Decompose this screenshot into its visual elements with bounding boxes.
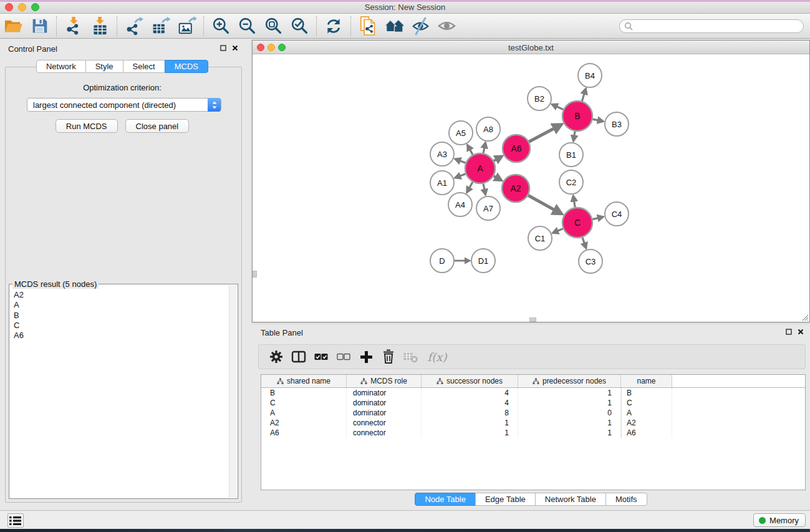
cell-MCDS-role[interactable]: dominator: [347, 398, 422, 408]
mcds-result-item[interactable]: C: [14, 321, 228, 331]
graph-edge-A-A4[interactable]: [469, 182, 473, 189]
close-panel-icon[interactable]: [232, 45, 238, 51]
mcds-result-scrollbar[interactable]: [229, 285, 237, 498]
close-panel-icon[interactable]: [798, 329, 804, 335]
zoom-in-button[interactable]: [208, 15, 234, 37]
graph-edge-B-B3[interactable]: [593, 119, 599, 120]
cell-name[interactable]: A: [621, 408, 672, 418]
cell-predecessor-nodes[interactable]: 1: [518, 398, 621, 408]
cell-MCDS-role[interactable]: connector: [347, 418, 422, 428]
float-panel-icon[interactable]: [220, 45, 226, 51]
task-history-button[interactable]: [7, 513, 24, 528]
mcds-result-item[interactable]: A6: [14, 331, 228, 341]
splitter-handle-bottom[interactable]: [529, 317, 536, 322]
cell-shared-name[interactable]: A2: [261, 418, 347, 428]
home-button[interactable]: [381, 15, 407, 37]
graph-edge-C-C4[interactable]: [592, 218, 599, 219]
network-window-titlebar[interactable]: testGlobe.txt: [253, 41, 809, 54]
table-options-button[interactable]: [265, 346, 287, 367]
graph-edge-A2-C[interactable]: [528, 195, 556, 210]
cell-name[interactable]: A2: [621, 418, 672, 428]
export-table-button[interactable]: [147, 15, 173, 37]
cell-predecessor-nodes[interactable]: 1: [518, 418, 621, 428]
cell-predecessor-nodes[interactable]: 1: [518, 428, 621, 438]
cell-shared-name[interactable]: C: [261, 398, 347, 408]
cell-name[interactable]: B: [621, 388, 672, 398]
cell-successor-nodes[interactable]: 1: [422, 418, 518, 428]
table-row[interactable]: A6connector11A6: [261, 428, 805, 438]
search-input[interactable]: [635, 21, 803, 32]
tab-style[interactable]: Style: [85, 60, 123, 73]
export-network-button[interactable]: [121, 15, 147, 37]
column-header-name[interactable]: name: [621, 375, 672, 387]
close-panel-button[interactable]: Close panel: [125, 119, 190, 133]
cell-shared-name[interactable]: B: [261, 388, 347, 398]
table-row[interactable]: A2connector11A2: [261, 418, 805, 428]
table-row[interactable]: Cdominator41C: [261, 398, 805, 408]
cell-name[interactable]: C: [621, 398, 672, 408]
cell-name[interactable]: A6: [621, 428, 672, 438]
dropdown-stepper-icon[interactable]: [208, 98, 221, 112]
tab-network-table[interactable]: Network Table: [535, 493, 606, 506]
run-mcds-button[interactable]: Run MCDS: [55, 119, 118, 133]
table-row[interactable]: Adominator80A: [261, 408, 805, 418]
save-session-button[interactable]: [26, 15, 52, 37]
column-header-successor-nodes[interactable]: successor nodes: [422, 375, 518, 387]
cell-MCDS-role[interactable]: dominator: [347, 408, 422, 418]
tab-motifs[interactable]: Motifs: [605, 493, 647, 506]
tab-mcds[interactable]: MCDS: [165, 60, 208, 73]
column-visibility-button[interactable]: [287, 346, 310, 367]
graph-edge-B-B4[interactable]: [582, 93, 584, 101]
export-image-button[interactable]: [173, 15, 200, 37]
graph-edge-B-B2[interactable]: [556, 106, 564, 109]
tab-select[interactable]: Select: [123, 60, 165, 73]
tab-edge-table[interactable]: Edge Table: [475, 493, 536, 506]
column-header-predecessor-nodes[interactable]: predecessor nodes: [518, 375, 621, 387]
refresh-button[interactable]: [321, 15, 347, 37]
mcds-result-item[interactable]: A: [14, 300, 228, 310]
mcds-result-item[interactable]: B: [14, 311, 228, 321]
cell-successor-nodes[interactable]: 4: [422, 398, 518, 408]
graph-edge-A-A6[interactable]: [494, 159, 498, 161]
resize-grip-icon[interactable]: [800, 312, 809, 321]
import-table-button[interactable]: [87, 15, 113, 37]
select-all-rows-button[interactable]: [310, 346, 332, 367]
mcds-result-item[interactable]: A2: [14, 290, 228, 300]
graph-edge-A-A8[interactable]: [483, 147, 485, 153]
zoom-out-button[interactable]: [234, 15, 260, 37]
cell-shared-name[interactable]: A: [261, 408, 347, 418]
graph-edge-A-A2[interactable]: [494, 176, 497, 178]
cell-shared-name[interactable]: A6: [261, 428, 347, 438]
import-network-button[interactable]: [60, 15, 87, 37]
column-header-shared-name[interactable]: shared name: [261, 375, 347, 387]
create-column-button[interactable]: [355, 346, 377, 367]
graph-edge-A-A1[interactable]: [459, 174, 465, 177]
float-panel-icon[interactable]: [786, 329, 792, 335]
cell-successor-nodes[interactable]: 8: [422, 408, 518, 418]
cell-MCDS-role[interactable]: connector: [347, 428, 422, 438]
graph-edge-A6-B[interactable]: [529, 128, 555, 142]
graph-edge-C-C3[interactable]: [582, 238, 585, 244]
graph-edge-C-C1[interactable]: [557, 229, 563, 231]
hide-graphics-details-button[interactable]: [407, 15, 433, 37]
network-canvas[interactable]: ABCA2A6A1A3A4A5A7A8B1B2B3B4C1C2C3C4DD1: [253, 54, 809, 322]
delete-columns-button[interactable]: [377, 346, 400, 367]
cell-MCDS-role[interactable]: dominator: [347, 388, 422, 398]
zoom-fit-button[interactable]: [260, 15, 286, 37]
deselect-all-rows-button[interactable]: [332, 346, 355, 367]
cell-predecessor-nodes[interactable]: 1: [518, 388, 621, 398]
graph-edge-A-A5[interactable]: [470, 149, 473, 155]
criterion-dropdown[interactable]: largest connected component (directed): [27, 98, 221, 112]
cell-predecessor-nodes[interactable]: 0: [518, 408, 621, 418]
column-header-MCDS-role[interactable]: MCDS role: [347, 375, 422, 387]
open-file-button[interactable]: [0, 15, 26, 37]
graph-edge-A-A3[interactable]: [459, 160, 465, 163]
tab-network[interactable]: Network: [36, 60, 86, 73]
graph-edge-A-A7[interactable]: [483, 184, 485, 191]
tab-node-table[interactable]: Node Table: [415, 493, 476, 506]
show-graphics-details-button[interactable]: [433, 15, 460, 37]
graph-edge-B-B1[interactable]: [574, 132, 575, 137]
cell-successor-nodes[interactable]: 4: [422, 388, 518, 398]
splitter-handle-left[interactable]: [253, 271, 257, 278]
memory-button[interactable]: Memory: [753, 513, 806, 527]
